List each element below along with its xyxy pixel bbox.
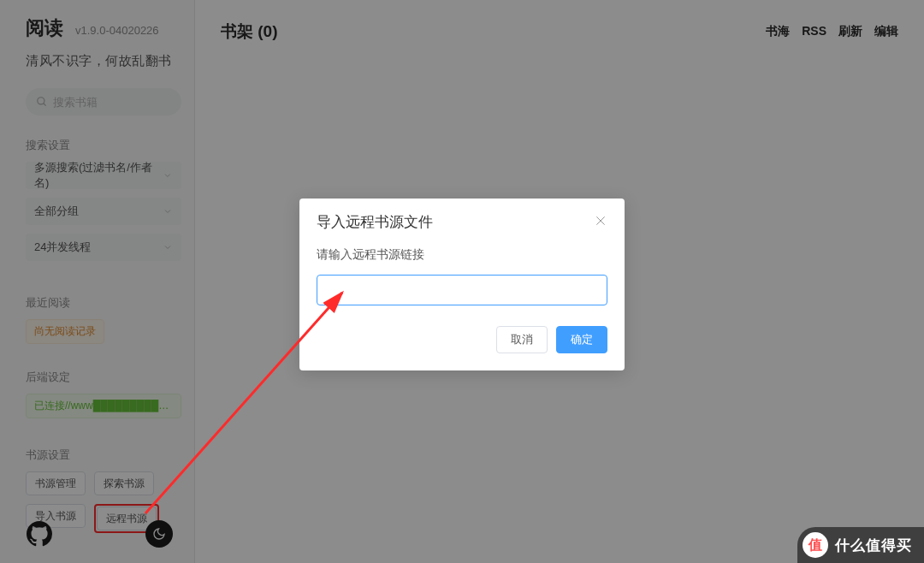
import-remote-dialog: 导入远程书源文件 请输入远程书源链接 取消 确定 bbox=[299, 199, 625, 370]
watermark: 值 什么值得买 bbox=[797, 527, 924, 563]
watermark-text: 什么值得买 bbox=[835, 536, 912, 555]
dialog-title: 导入远程书源文件 bbox=[317, 212, 433, 232]
close-icon bbox=[594, 214, 607, 228]
dialog-confirm-button[interactable]: 确定 bbox=[556, 326, 607, 353]
remote-url-input[interactable] bbox=[317, 275, 607, 305]
watermark-icon: 值 bbox=[803, 532, 828, 558]
dialog-close-button[interactable] bbox=[594, 214, 607, 231]
dialog-label: 请输入远程书源链接 bbox=[317, 247, 607, 263]
modal-overlay[interactable]: 导入远程书源文件 请输入远程书源链接 取消 确定 bbox=[0, 0, 924, 563]
dialog-cancel-button[interactable]: 取消 bbox=[496, 326, 548, 353]
